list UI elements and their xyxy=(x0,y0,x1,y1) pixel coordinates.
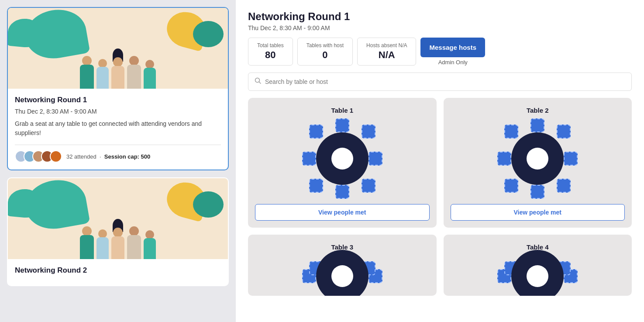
session-card-round1[interactable]: Networking Round 1 Thu Dec 2, 8:30 AM - … xyxy=(7,7,229,170)
table-diagram-4 xyxy=(498,256,577,296)
person-figure xyxy=(144,230,156,259)
table-diagram-1 xyxy=(303,119,382,198)
stat-tables-with-host: Tables with host 0 xyxy=(297,38,353,66)
card-content: Networking Round 2 xyxy=(8,259,228,285)
person-figure xyxy=(80,226,94,259)
session-cap: Session cap: 500 xyxy=(104,153,151,160)
person-figure xyxy=(127,226,141,259)
person-figure xyxy=(96,59,109,89)
stat-tables-with-host-value: 0 xyxy=(307,49,344,61)
stat-total-tables-value: 80 xyxy=(257,49,284,61)
person-figure xyxy=(80,56,94,89)
person-figure xyxy=(111,219,124,259)
seat xyxy=(302,152,316,166)
people-illustration xyxy=(8,219,228,259)
decorative-bubble xyxy=(193,21,224,47)
table-ring xyxy=(511,132,564,185)
table-ring xyxy=(316,132,368,185)
card-divider xyxy=(15,145,221,145)
seat xyxy=(530,118,544,132)
person-figure xyxy=(96,229,109,259)
tables-grid: Table 1 View people met Table 2 xyxy=(248,98,632,296)
seat xyxy=(504,125,518,138)
table-center xyxy=(331,148,353,170)
seat xyxy=(368,152,382,166)
message-hosts-button[interactable]: Message hosts xyxy=(420,38,485,57)
table-center xyxy=(527,265,548,287)
card-image-round2 xyxy=(8,178,228,259)
seat xyxy=(564,152,578,166)
search-bar[interactable] xyxy=(248,73,632,91)
stats-row: Total tables 80 Tables with host 0 Hosts… xyxy=(248,38,632,66)
table-label-2: Table 2 xyxy=(527,107,549,114)
person-figure xyxy=(127,56,141,89)
search-icon xyxy=(255,77,262,86)
view-people-met-button-2[interactable]: View people met xyxy=(451,204,625,221)
session-header: Networking Round 1 Thu Dec 2, 8:30 AM - … xyxy=(248,10,632,66)
people-illustration xyxy=(8,48,228,89)
table-ring xyxy=(511,250,564,296)
stat-total-tables-label: Total tables xyxy=(257,42,284,48)
search-input[interactable] xyxy=(265,78,625,85)
session-datetime: Thu Dec 2, 8:30 AM - 9:00 AM xyxy=(248,24,632,31)
card-title: Networking Round 2 xyxy=(15,266,221,275)
attended-count: 32 attended xyxy=(66,153,96,160)
table-center xyxy=(527,148,548,170)
card-description: Grab a seat at any table to get connecte… xyxy=(15,119,221,138)
svg-line-1 xyxy=(259,82,261,84)
seat xyxy=(497,152,511,166)
seat xyxy=(335,185,349,199)
left-panel: Networking Round 1 Thu Dec 2, 8:30 AM - … xyxy=(0,0,236,322)
table-ring xyxy=(316,250,368,296)
seat xyxy=(309,179,323,193)
person-figure xyxy=(111,48,124,89)
card-content: Networking Round 1 Thu Dec 2, 8:30 AM - … xyxy=(8,89,228,170)
seat xyxy=(309,125,323,138)
table-card-1[interactable]: Table 1 View people met xyxy=(248,98,437,228)
card-image-round1 xyxy=(8,8,228,89)
seat xyxy=(557,125,571,138)
stat-tables-with-host-label: Tables with host xyxy=(307,42,344,48)
seat xyxy=(530,185,544,199)
card-meta: 32 attended · Session cap: 500 xyxy=(66,153,150,160)
view-people-met-button-1[interactable]: View people met xyxy=(255,204,430,221)
avatar xyxy=(50,150,62,163)
right-panel: Networking Round 1 Thu Dec 2, 8:30 AM - … xyxy=(236,0,644,322)
seat xyxy=(362,125,375,138)
table-diagram-3 xyxy=(303,256,382,296)
table-center xyxy=(331,265,353,287)
seat xyxy=(504,179,518,193)
table-diagram-2 xyxy=(498,119,577,198)
seat xyxy=(335,118,349,132)
card-title: Networking Round 1 xyxy=(15,96,221,104)
admin-only-label: Admin Only xyxy=(438,59,468,66)
table-card-2[interactable]: Table 2 View people met xyxy=(444,98,632,228)
stat-total-tables: Total tables 80 xyxy=(248,38,293,66)
table-card-3[interactable]: Table 3 xyxy=(248,235,437,296)
decorative-bubble xyxy=(193,191,224,218)
card-time: Thu Dec 2, 8:30 AM - 9:00 AM xyxy=(15,108,221,115)
session-card-round2[interactable]: Networking Round 2 xyxy=(7,177,229,286)
person-figure xyxy=(144,60,156,89)
table-label-1: Table 1 xyxy=(331,107,353,114)
avatar-group xyxy=(15,150,62,163)
seat xyxy=(557,179,571,193)
seat xyxy=(362,179,375,193)
stat-hosts-absent-label: Hosts absent N/A xyxy=(366,42,407,48)
session-title: Networking Round 1 xyxy=(248,10,632,23)
message-hosts-wrapper: Message hosts Admin Only xyxy=(420,38,485,66)
table-card-4[interactable]: Table 4 xyxy=(444,235,632,296)
stat-hosts-absent-value: N/A xyxy=(366,49,407,61)
stat-hosts-absent: Hosts absent N/A N/A xyxy=(357,38,416,66)
card-footer: 32 attended · Session cap: 500 xyxy=(15,150,221,163)
